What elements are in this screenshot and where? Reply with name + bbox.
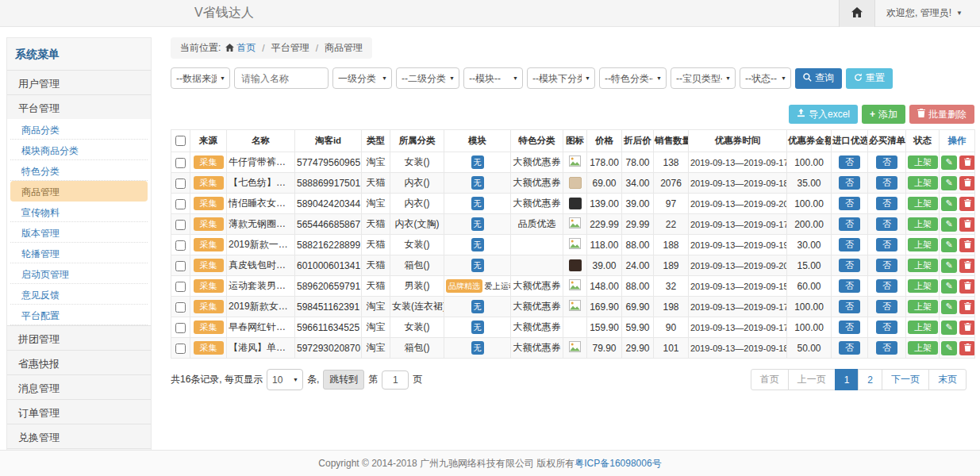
status-button[interactable]: 上架 bbox=[908, 259, 938, 272]
edit-button[interactable]: ✎ bbox=[941, 300, 957, 314]
edit-button[interactable]: ✎ bbox=[941, 321, 957, 335]
delete-button[interactable] bbox=[959, 197, 974, 211]
page-btn-last[interactable]: 末页 bbox=[928, 369, 967, 390]
row-checkbox[interactable] bbox=[175, 158, 186, 168]
page-btn-prev[interactable]: 上一页 bbox=[788, 369, 836, 390]
status-button[interactable]: 上架 bbox=[908, 217, 938, 231]
edit-button[interactable]: ✎ bbox=[941, 155, 957, 170]
batch-delete-button[interactable]: 批量删除 bbox=[909, 105, 974, 124]
status-button[interactable]: 上架 bbox=[908, 341, 938, 355]
import-select-toggle[interactable]: 否 bbox=[839, 217, 860, 231]
edit-button[interactable]: ✎ bbox=[941, 341, 957, 355]
page-btn-1[interactable]: 1 bbox=[835, 369, 859, 390]
filter-level2-category-select[interactable]: --二级分类-- bbox=[396, 67, 459, 89]
reset-button[interactable]: 重置 bbox=[846, 68, 893, 89]
delete-button[interactable] bbox=[959, 321, 974, 335]
row-checkbox[interactable] bbox=[175, 344, 186, 354]
page-btn-next[interactable]: 下一页 bbox=[882, 369, 929, 390]
delete-button[interactable] bbox=[959, 155, 974, 170]
status-button[interactable]: 上架 bbox=[908, 197, 938, 210]
delete-button[interactable] bbox=[959, 259, 974, 273]
row-checkbox[interactable] bbox=[175, 240, 186, 251]
sidebar-subitem-0[interactable]: 商品分类 bbox=[10, 119, 148, 140]
user-menu[interactable]: 欢迎您, 管理员! ▼ bbox=[875, 6, 980, 20]
filter-item-type-select[interactable]: --宝贝类型-- bbox=[671, 67, 736, 89]
must-buy-toggle[interactable]: 否 bbox=[876, 321, 897, 334]
import-excel-button[interactable]: 导入excel bbox=[789, 105, 858, 124]
import-select-toggle[interactable]: 否 bbox=[839, 259, 860, 272]
delete-button[interactable] bbox=[959, 176, 974, 190]
sidebar-subitem-9[interactable]: 平台配置 bbox=[10, 305, 148, 325]
sidebar-subitem-4[interactable]: 宣传物料 bbox=[10, 202, 148, 222]
filter-status-select[interactable]: --状态-- bbox=[740, 67, 791, 89]
delete-button[interactable] bbox=[959, 300, 974, 314]
status-button[interactable]: 上架 bbox=[908, 321, 938, 334]
name-search-input[interactable] bbox=[234, 67, 329, 89]
edit-button[interactable]: ✎ bbox=[941, 259, 957, 273]
filter-module-subcategory-select[interactable]: --模块下分类-- bbox=[527, 67, 595, 89]
page-size-select[interactable]: 10 bbox=[267, 369, 303, 390]
breadcrumb-home-link[interactable]: 首页 bbox=[225, 41, 256, 55]
import-select-toggle[interactable]: 否 bbox=[839, 155, 860, 169]
must-buy-toggle[interactable]: 否 bbox=[876, 341, 897, 355]
sidebar-item-users[interactable]: 用户管理 bbox=[7, 70, 151, 94]
add-button[interactable]: + 添加 bbox=[862, 105, 905, 124]
jump-page-input[interactable] bbox=[382, 370, 409, 390]
import-select-toggle[interactable]: 否 bbox=[839, 300, 860, 313]
jump-button[interactable]: 跳转到 bbox=[323, 370, 364, 390]
must-buy-toggle[interactable]: 否 bbox=[876, 197, 897, 210]
import-select-toggle[interactable]: 否 bbox=[839, 321, 860, 334]
must-buy-toggle[interactable]: 否 bbox=[876, 176, 897, 190]
page-btn-2[interactable]: 2 bbox=[858, 369, 882, 390]
must-buy-toggle[interactable]: 否 bbox=[876, 300, 897, 313]
row-checkbox[interactable] bbox=[175, 323, 186, 333]
search-button[interactable]: 查询 bbox=[795, 68, 842, 89]
delete-button[interactable] bbox=[959, 217, 974, 232]
filter-feature-category-select[interactable]: --特色分类-- bbox=[599, 67, 667, 89]
filter-level1-category-select[interactable]: 一级分类 bbox=[332, 67, 392, 89]
edit-button[interactable]: ✎ bbox=[941, 197, 957, 211]
must-buy-toggle[interactable]: 否 bbox=[876, 217, 897, 231]
sidebar-subitem-3[interactable]: 商品管理 bbox=[10, 181, 148, 202]
must-buy-toggle[interactable]: 否 bbox=[876, 155, 897, 169]
status-button[interactable]: 上架 bbox=[908, 176, 938, 190]
must-buy-toggle[interactable]: 否 bbox=[876, 259, 897, 272]
edit-button[interactable]: ✎ bbox=[941, 176, 957, 190]
filter-data-source-select[interactable]: --数据来源-- bbox=[171, 67, 230, 89]
sidebar-item-platform[interactable]: 平台管理 bbox=[7, 94, 151, 119]
status-button[interactable]: 上架 bbox=[908, 155, 938, 169]
select-all-checkbox[interactable] bbox=[175, 136, 186, 146]
sidebar-subitem-5[interactable]: 版本管理 bbox=[10, 222, 148, 243]
edit-button[interactable]: ✎ bbox=[941, 238, 957, 252]
sidebar-item-group-0[interactable]: 拼团管理 bbox=[7, 325, 151, 350]
status-button[interactable]: 上架 bbox=[908, 300, 938, 313]
edit-button[interactable]: ✎ bbox=[941, 217, 957, 232]
edit-button[interactable]: ✎ bbox=[941, 279, 957, 294]
delete-button[interactable] bbox=[959, 279, 974, 294]
row-checkbox[interactable] bbox=[175, 282, 186, 292]
home-button[interactable] bbox=[839, 0, 875, 27]
import-select-toggle[interactable]: 否 bbox=[839, 279, 860, 293]
row-checkbox[interactable] bbox=[175, 220, 186, 230]
import-select-toggle[interactable]: 否 bbox=[839, 176, 860, 190]
import-select-toggle[interactable]: 否 bbox=[839, 238, 860, 251]
row-checkbox[interactable] bbox=[175, 261, 186, 271]
sidebar-subitem-2[interactable]: 特色分类 bbox=[10, 160, 148, 181]
row-checkbox[interactable] bbox=[175, 178, 186, 189]
must-buy-toggle[interactable]: 否 bbox=[876, 279, 897, 293]
sidebar-item-group-3[interactable]: 订单管理 bbox=[7, 399, 151, 424]
icp-link[interactable]: 粤ICP备16098006号 bbox=[575, 457, 661, 470]
sidebar-item-group-1[interactable]: 省惠快报 bbox=[7, 350, 151, 374]
sidebar-subitem-7[interactable]: 启动页管理 bbox=[10, 263, 148, 284]
import-select-toggle[interactable]: 否 bbox=[839, 341, 860, 355]
import-select-toggle[interactable]: 否 bbox=[839, 197, 860, 210]
sidebar-subitem-1[interactable]: 模块商品分类 bbox=[10, 140, 148, 160]
delete-button[interactable] bbox=[959, 341, 974, 355]
must-buy-toggle[interactable]: 否 bbox=[876, 238, 897, 251]
sidebar-subitem-8[interactable]: 意见反馈 bbox=[10, 284, 148, 305]
filter-module-select[interactable]: --模块-- bbox=[463, 67, 523, 89]
status-button[interactable]: 上架 bbox=[908, 238, 938, 251]
status-button[interactable]: 上架 bbox=[908, 279, 938, 293]
sidebar-item-group-2[interactable]: 消息管理 bbox=[7, 374, 151, 399]
row-checkbox[interactable] bbox=[175, 302, 186, 313]
